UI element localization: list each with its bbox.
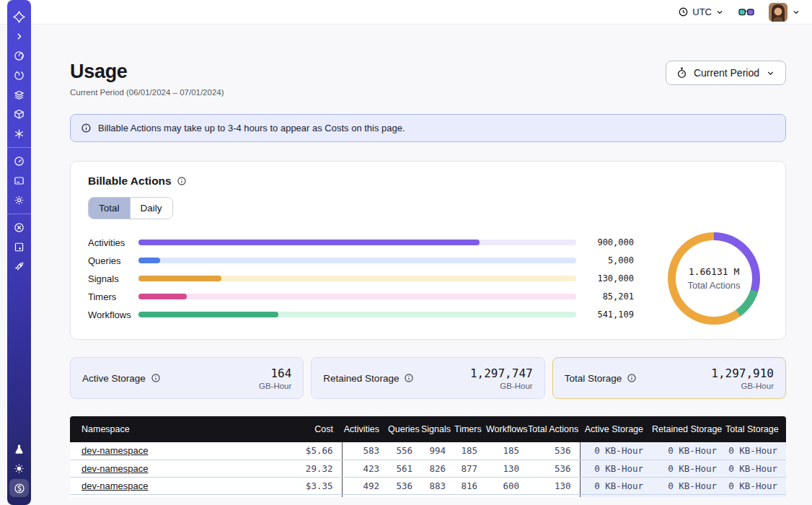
- value-cell: $3.35: [266, 477, 342, 494]
- nexus-icon[interactable]: [7, 124, 31, 144]
- usage-dollar-icon[interactable]: [7, 478, 31, 498]
- user-menu[interactable]: [769, 3, 800, 22]
- schedules-icon[interactable]: [7, 66, 31, 85]
- rocket-icon[interactable]: [7, 257, 31, 276]
- value-cell: 536: [528, 460, 580, 477]
- value-cell: 0 KB-Hour: [652, 477, 725, 494]
- topbar: UTC: [0, 0, 812, 24]
- bar-row: Queries5,000: [88, 252, 634, 270]
- value-cell: 0 KB-Hour: [725, 460, 786, 477]
- avatar: [769, 3, 787, 22]
- total-storage-card: Total Storage 1,297,910 GB-Hour: [552, 357, 786, 399]
- info-icon[interactable]: [151, 373, 161, 383]
- total-actions-donut: 1.66131 M Total Actions: [668, 232, 760, 325]
- value-cell: 561: [388, 460, 421, 477]
- active-storage-value: 164: [259, 366, 291, 380]
- total-storage-label: Total Storage: [565, 373, 622, 384]
- period-selector-button[interactable]: Current Period: [666, 61, 786, 85]
- chevron-down-icon: [715, 8, 724, 17]
- timezone-selector[interactable]: UTC: [678, 6, 724, 17]
- value-cell: 130: [528, 477, 580, 494]
- bar-row: Activities900,000: [88, 234, 634, 252]
- layers-icon[interactable]: [7, 85, 31, 105]
- info-icon[interactable]: [177, 176, 187, 186]
- namespace-cell: dev-namespace: [70, 460, 266, 477]
- settings-gear-icon[interactable]: [7, 190, 31, 210]
- period-selector-label: Current Period: [694, 67, 759, 79]
- value-cell: [388, 494, 421, 497]
- page-title: Usage: [70, 61, 224, 83]
- value-cell: 492: [342, 477, 388, 494]
- bar-fill: [138, 276, 221, 281]
- namespace-cell: dev-namespace: [70, 494, 266, 497]
- namespace-link[interactable]: dev-namespace: [81, 463, 149, 474]
- namespaces-icon[interactable]: [7, 46, 31, 66]
- value-cell: 185: [486, 442, 528, 460]
- bar-fill: [138, 294, 187, 299]
- value-cell: 994: [421, 442, 454, 460]
- column-header: Signals: [421, 416, 454, 442]
- donut-total-label: Total Actions: [688, 280, 741, 291]
- sidebar-divider: [7, 214, 31, 214]
- value-cell: [725, 494, 786, 497]
- value-cell: [652, 494, 725, 497]
- namespace-cell: dev-namespace: [70, 477, 266, 494]
- column-header: Total Storage: [725, 416, 786, 442]
- column-header: Timers: [454, 416, 486, 442]
- labs-flask-icon[interactable]: [7, 439, 31, 459]
- value-cell: [421, 494, 454, 497]
- value-cell: 0 KB-Hour: [580, 460, 652, 477]
- value-cell: 583: [342, 442, 388, 460]
- tab-total[interactable]: Total: [89, 198, 131, 219]
- value-cell: 816: [454, 477, 486, 494]
- support-icon[interactable]: [7, 218, 31, 237]
- expand-chevron-icon[interactable]: [7, 27, 31, 46]
- chevron-down-icon: [766, 69, 775, 78]
- info-icon[interactable]: [627, 373, 637, 383]
- usage-meter-icon[interactable]: [7, 152, 31, 171]
- bar-row: Signals130,000: [88, 270, 634, 288]
- column-header: Queries: [388, 416, 421, 442]
- page-subtitle: Current Period (06/01/2024 – 07/01/2024): [70, 88, 224, 97]
- theme-sun-icon[interactable]: [7, 459, 31, 478]
- value-cell: [342, 494, 388, 497]
- glasses-icon[interactable]: [738, 7, 754, 17]
- tab-daily[interactable]: Daily: [131, 198, 172, 219]
- value-cell: [454, 494, 486, 497]
- temporal-logo-icon[interactable]: [7, 7, 31, 27]
- docs-icon[interactable]: [7, 237, 31, 257]
- bar-fill: [138, 240, 480, 245]
- value-cell: 877: [454, 460, 486, 477]
- bar-track: [138, 294, 576, 299]
- bar-value: 900,000: [586, 237, 634, 247]
- info-icon[interactable]: [404, 373, 414, 383]
- value-cell: 130: [486, 460, 528, 477]
- active-storage-unit: GB-Hour: [259, 382, 291, 390]
- billable-actions-title: Billable Actions: [88, 175, 768, 188]
- value-cell: [580, 494, 652, 497]
- active-storage-card: Active Storage 164 GB-Hour: [70, 357, 304, 399]
- donut-total-value: 1.66131 M: [689, 266, 739, 277]
- bar-label: Timers: [88, 291, 138, 302]
- storage-summary-row: Active Storage 164 GB-Hour Retained Stor…: [70, 357, 786, 399]
- bar-row: Timers85,201: [88, 288, 634, 306]
- sidebar-nav: [7, 0, 31, 505]
- value-cell: 556: [388, 442, 421, 460]
- donut-wrap: 1.66131 M Total Actions: [660, 232, 768, 325]
- value-cell: 0 KB-Hour: [725, 442, 786, 460]
- column-header: Activities: [342, 416, 388, 442]
- namespace-link[interactable]: dev-namespace: [81, 480, 149, 491]
- main-content: Usage Current Period (06/01/2024 – 07/01…: [0, 24, 812, 505]
- value-cell: 423: [342, 460, 388, 477]
- value-cell: 0 KB-Hour: [580, 477, 652, 494]
- billing-card-icon[interactable]: [7, 171, 31, 190]
- actions-bar-chart: Activities900,000Queries5,000Signals130,…: [88, 234, 634, 324]
- retained-storage-value: 1,297,747: [470, 366, 533, 380]
- table-row: dev-namespace29.324235618268771305360 KB…: [70, 460, 786, 477]
- namespace-link[interactable]: dev-namespace: [81, 445, 149, 456]
- bar-fill: [138, 258, 160, 263]
- value-cell: 0 KB-Hour: [652, 442, 725, 460]
- retained-storage-label: Retained Storage: [323, 373, 399, 384]
- bar-value: 5,000: [586, 255, 634, 265]
- deployments-icon[interactable]: [7, 105, 31, 124]
